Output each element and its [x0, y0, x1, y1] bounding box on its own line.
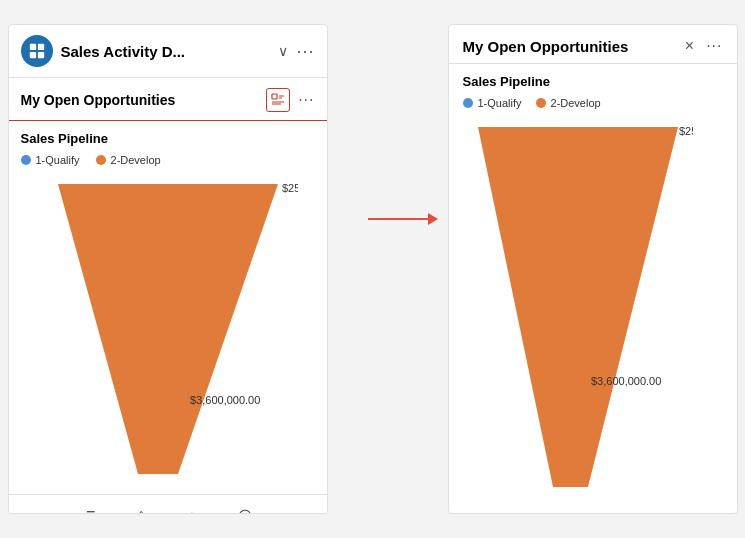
svg-text:$25,000.0: $25,000.0	[679, 125, 693, 137]
develop-dot	[96, 155, 106, 165]
svg-rect-0	[29, 44, 35, 50]
right-funnel-chart: $25,000.0 $3,600,000.00	[463, 117, 723, 503]
funnel-svg: $25,000.0 $3,600,000.00	[38, 174, 298, 484]
app-title: Sales Activity D...	[61, 43, 271, 60]
nav-activity-icon[interactable]: ◎	[238, 505, 252, 514]
qualify-dot	[21, 155, 31, 165]
right-header: My Open Opportunities × ···	[449, 25, 737, 64]
right-legend-develop: 2-Develop	[536, 97, 601, 109]
svg-text:$3,600,000.00: $3,600,000.00	[591, 375, 661, 387]
right-more-button[interactable]: ···	[706, 37, 722, 55]
app-icon	[21, 35, 53, 67]
bottom-nav: ← ≡ ⌂ ⌕ ◎ ···	[9, 494, 327, 514]
nav-search-icon[interactable]: ⌕	[187, 506, 197, 515]
legend-item-develop: 2-Develop	[96, 154, 161, 166]
left-panel: Sales Activity D... ∨ ··· My Open Opport…	[8, 24, 328, 514]
expand-button[interactable]	[266, 88, 290, 112]
right-develop-label: 2-Develop	[551, 97, 601, 109]
right-panel: My Open Opportunities × ··· Sales Pipeli…	[448, 24, 738, 514]
funnel-chart: $25,000.0 $3,600,000.00	[21, 174, 315, 484]
right-legend-qualify: 1-Qualify	[463, 97, 522, 109]
close-icon[interactable]: ×	[685, 37, 694, 55]
chevron-down-icon[interactable]: ∨	[278, 43, 288, 59]
right-qualify-label: 1-Qualify	[478, 97, 522, 109]
right-funnel-svg: $25,000.0 $3,600,000.00	[463, 117, 693, 497]
svg-marker-9	[58, 184, 278, 474]
svg-rect-1	[37, 44, 43, 50]
chart-legend: 1-Qualify 2-Develop	[21, 154, 315, 166]
right-develop-dot	[536, 98, 546, 108]
header-more-button[interactable]: ···	[296, 41, 314, 62]
expand-arrow	[368, 213, 438, 225]
right-panel-title: My Open Opportunities	[463, 38, 685, 55]
chart-area: Sales Pipeline 1-Qualify 2-Develop $25,0…	[9, 121, 327, 494]
svg-text:$3,600,000.00: $3,600,000.00	[190, 394, 260, 406]
develop-label: 2-Develop	[111, 154, 161, 166]
arrow-head	[428, 213, 438, 225]
right-content: Sales Pipeline 1-Qualify 2-Develop $25,0…	[449, 64, 737, 513]
nav-more-icon[interactable]: ···	[293, 506, 306, 515]
arrow-line	[368, 218, 428, 220]
left-header: Sales Activity D... ∨ ···	[9, 25, 327, 78]
svg-text:$25,000.0: $25,000.0	[282, 182, 298, 194]
svg-rect-4	[272, 94, 277, 99]
nav-menu-icon[interactable]: ≡	[86, 506, 95, 515]
chart-title: Sales Pipeline	[21, 131, 315, 146]
nav-home-icon[interactable]: ⌂	[136, 506, 146, 515]
svg-marker-13	[478, 127, 678, 487]
right-chart-title: Sales Pipeline	[463, 74, 723, 89]
legend-item-qualify: 1-Qualify	[21, 154, 80, 166]
right-legend: 1-Qualify 2-Develop	[463, 97, 723, 109]
nav-back-icon[interactable]: ←	[29, 506, 45, 515]
qualify-label: 1-Qualify	[36, 154, 80, 166]
svg-rect-3	[37, 52, 43, 58]
section-header: My Open Opportunities ···	[9, 78, 327, 121]
section-more-button[interactable]: ···	[298, 91, 314, 109]
section-title: My Open Opportunities	[21, 92, 267, 108]
right-qualify-dot	[463, 98, 473, 108]
svg-rect-2	[29, 52, 35, 58]
